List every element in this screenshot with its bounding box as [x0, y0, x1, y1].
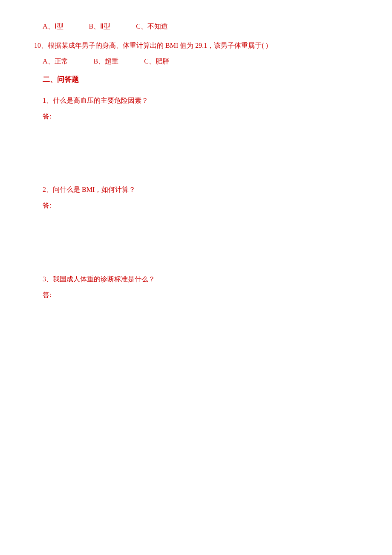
q10-options-row: A、正常 B、超重 C、肥胖	[43, 57, 358, 66]
qa1-answer-space	[34, 122, 358, 173]
qa3-question: 3、我国成人体重的诊断标准是什么？	[43, 273, 358, 286]
qa3-section: 3、我国成人体重的诊断标准是什么？ 答:	[34, 273, 358, 353]
qa2-answer-label: 答:	[43, 199, 358, 212]
q9-options-row: A、Ⅰ型 B、Ⅱ型 C、不知道	[43, 22, 358, 31]
q10-text: 10、根据某成年男子的身高、体重计算出的 BMI 值为 29.1，该男子体重属于…	[34, 40, 358, 52]
qa2-section: 2、问什么是 BMI，如何计算？ 答:	[34, 184, 358, 263]
q9-option-a: A、Ⅰ型	[43, 22, 63, 31]
qa3-answer-label: 答:	[43, 289, 358, 301]
section2-title: 二、问答题	[43, 75, 358, 84]
q9-option-b: B、Ⅱ型	[89, 22, 111, 31]
qa1-question: 1、什么是高血压的主要危险因素？	[43, 95, 358, 107]
q10-section: 10、根据某成年男子的身高、体重计算出的 BMI 值为 29.1，该男子体重属于…	[34, 40, 358, 66]
q9-options-section: A、Ⅰ型 B、Ⅱ型 C、不知道	[34, 22, 358, 31]
qa3-answer-space	[34, 301, 358, 353]
q9-option-c: C、不知道	[136, 22, 168, 31]
qa2-question: 2、问什么是 BMI，如何计算？	[43, 184, 358, 196]
q10-option-b: B、超重	[94, 57, 119, 66]
qa1-answer-label: 答:	[43, 110, 358, 123]
q10-option-c: C、肥胖	[144, 57, 169, 66]
qa2-answer-space	[34, 212, 358, 263]
qa1-section: 1、什么是高血压的主要危险因素？ 答:	[34, 95, 358, 174]
q10-option-a: A、正常	[43, 57, 68, 66]
